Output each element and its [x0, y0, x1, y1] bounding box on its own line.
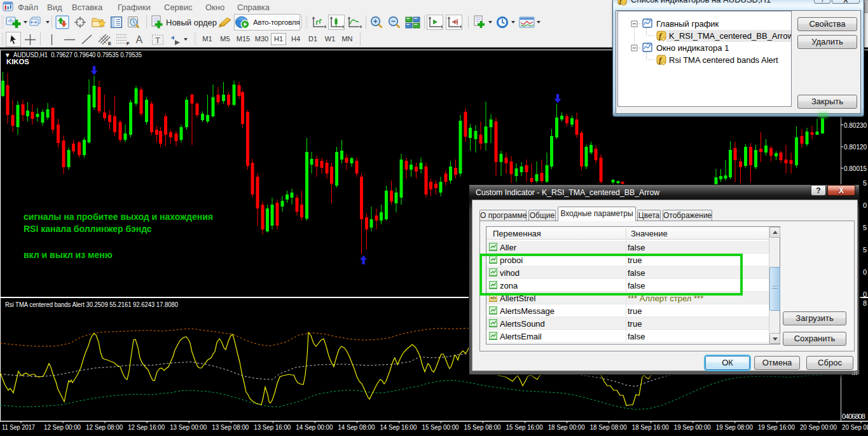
svg-text:12 Sep 00:00: 12 Sep 00:00: [44, 423, 81, 431]
svg-text:20 Sep 08:00: 20 Sep 08:00: [842, 423, 868, 431]
svg-text:13 Sep 16:00: 13 Sep 16:00: [254, 423, 291, 431]
svg-text:сигналы на пробитее выход и на: сигналы на пробитее выход и нахождения: [24, 212, 213, 222]
svg-text:14 Sep 16:00: 14 Sep 16:00: [380, 423, 417, 431]
svg-text:13 Sep 08:00: 13 Sep 08:00: [212, 423, 249, 431]
svg-text:вкл и выкл из меню: вкл и выкл из меню: [24, 250, 113, 260]
svg-text:12 Sep 16:00: 12 Sep 16:00: [128, 423, 165, 431]
svg-text:KIKOS: KIKOS: [6, 58, 29, 65]
svg-text:18 Sep 00:00: 18 Sep 00:00: [548, 423, 585, 431]
svg-text:8: 8: [863, 299, 867, 307]
svg-text:0.80120: 0.80120: [844, 143, 867, 151]
svg-text:Главный график: Главный график: [656, 19, 719, 29]
svg-text:15 Sep 16:00: 15 Sep 16:00: [506, 423, 543, 431]
svg-text:K_RSI_TMA_centered_BB_Arrow: K_RSI_TMA_centered_BB_Arrow: [669, 31, 792, 41]
svg-text:19 Sep 00:00: 19 Sep 00:00: [674, 423, 711, 431]
svg-text:0406808: 0406808: [842, 412, 865, 420]
svg-text:19 Sep 16:00: 19 Sep 16:00: [758, 423, 795, 431]
svg-text:18 Sep 08:00: 18 Sep 08:00: [590, 423, 627, 431]
svg-text:14 Sep 00:00: 14 Sep 00:00: [296, 423, 333, 431]
svg-text:13 Sep 00:00: 13 Sep 00:00: [170, 423, 207, 431]
svg-text:5: 5: [863, 224, 867, 231]
svg-text:19 Sep 08:00: 19 Sep 08:00: [716, 423, 753, 431]
svg-text:14 Sep 08:00: 14 Sep 08:00: [338, 423, 375, 431]
svg-text:0: 0: [863, 290, 867, 298]
svg-text:ab: ab: [490, 295, 496, 301]
svg-text:15 Sep 00:00: 15 Sep 00:00: [422, 423, 459, 431]
svg-text:18 Sep 16:00: 18 Sep 16:00: [632, 423, 669, 431]
svg-text:20 Sep 00:00: 20 Sep 00:00: [800, 423, 837, 431]
svg-text:0: 0: [863, 201, 867, 209]
svg-text:AUDUSD,H1 0.79627 0.79640 0.7: AUDUSD,H1 0.79627 0.79640 0.79535 0.7953…: [13, 51, 142, 58]
svg-text:RSI канала боллинжер бэндс: RSI канала боллинжер бэндс: [24, 224, 152, 234]
svg-text:0.80230: 0.80230: [844, 121, 867, 129]
svg-text:0.80015: 0.80015: [844, 165, 867, 172]
svg-text:Rsi TMA centered bands Alert: Rsi TMA centered bands Alert: [669, 55, 778, 65]
svg-text:11 Sep 2017: 11 Sep 2017: [2, 423, 35, 431]
svg-text:15 Sep 08:00: 15 Sep 08:00: [464, 423, 501, 431]
svg-text:5: 5: [863, 246, 867, 254]
svg-text:Окно индикатора 1: Окно индикатора 1: [656, 43, 729, 53]
svg-text:12 Sep 08:00: 12 Sep 08:00: [86, 423, 123, 431]
svg-text:Rsi TMA centered bands Alert: Rsi TMA centered bands Alert 30.2509 55.…: [5, 301, 178, 308]
svg-text:5: 5: [863, 179, 867, 187]
svg-text:0: 0: [863, 268, 867, 276]
